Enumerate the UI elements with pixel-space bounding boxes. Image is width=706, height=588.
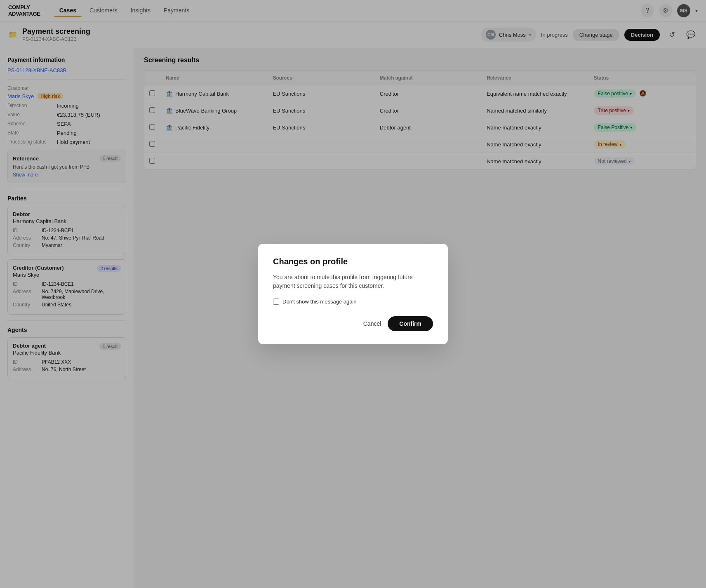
dont-show-label: Don't show this message again: [282, 299, 357, 305]
dont-show-checkbox[interactable]: [273, 299, 279, 305]
modal-overlay: Changes on profile You are about to mute…: [0, 0, 706, 588]
modal-title: Changes on profile: [273, 257, 433, 266]
modal-checkbox-row: Don't show this message again: [273, 299, 433, 305]
cancel-button[interactable]: Cancel: [363, 320, 381, 327]
modal: Changes on profile You are about to mute…: [258, 244, 448, 344]
modal-actions: Cancel Confirm: [273, 316, 433, 331]
confirm-button[interactable]: Confirm: [388, 316, 433, 331]
modal-description: You are about to mute this profile from …: [273, 273, 433, 290]
